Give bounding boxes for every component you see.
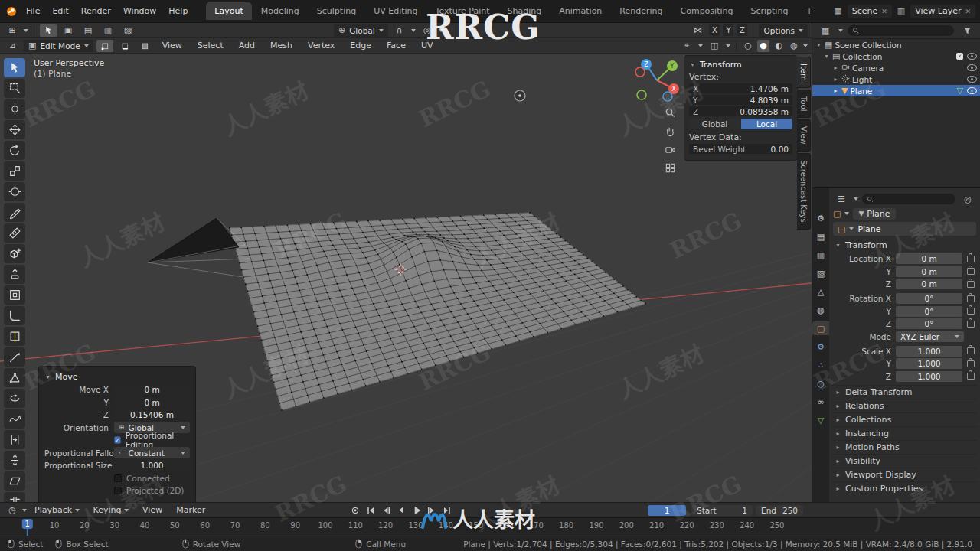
outliner-row-scene-collection[interactable]: ▾ ▦ Scene Collection	[812, 39, 980, 51]
tool-knife-button[interactable]	[4, 347, 25, 367]
workspace-tab-rendering[interactable]: Rendering	[611, 2, 671, 20]
rotation-y-field[interactable]: 0°	[896, 306, 962, 317]
tool-move-button[interactable]	[4, 120, 25, 139]
tool-shrink-fatten-button[interactable]	[4, 451, 25, 470]
hide-viewport-eye-icon[interactable]	[967, 64, 977, 71]
workspace-tab-layout[interactable]: Layout	[206, 2, 251, 20]
properties-tab-render[interactable]: ▤	[812, 230, 829, 243]
tool-select-box-button[interactable]	[4, 79, 25, 98]
paint-mask-icon-2[interactable]: ▤	[80, 24, 96, 37]
scale-z-field[interactable]: 1.000	[896, 371, 962, 382]
menu-edit[interactable]: Edit	[46, 4, 74, 19]
transform-orientation-dropdown[interactable]: ⊕ Global	[334, 24, 388, 37]
face-select-mode-button[interactable]	[136, 40, 153, 52]
properties-tab-scene[interactable]: △	[812, 285, 829, 298]
vp-menu-add[interactable]: Add	[233, 38, 261, 54]
vp-menu-edge[interactable]: Edge	[344, 38, 377, 54]
lock-icon[interactable]	[967, 281, 975, 288]
mode-dropdown[interactable]: ▣ Edit Mode	[24, 40, 93, 52]
shading-material-icon[interactable]: ◐	[773, 40, 785, 52]
timeline-menu-view[interactable]: View	[136, 503, 168, 518]
sidebar-tab-screencast-keys[interactable]: Screencast Keys	[797, 153, 811, 230]
lock-icon[interactable]	[967, 347, 975, 354]
shading-wireframe-icon[interactable]: ○	[742, 40, 754, 52]
next-keyframe-button[interactable]	[425, 504, 438, 516]
outliner-editor-icon[interactable]: ▦	[817, 24, 834, 37]
zoom-icon[interactable]	[662, 106, 678, 119]
outliner-row-plane[interactable]: ▸ ▼ Plane ▽	[812, 85, 980, 96]
unlink-scene-icon[interactable]: ✕	[881, 8, 887, 15]
section-motion-paths[interactable]: ▸Motion Paths	[831, 440, 978, 454]
remove-view-layer-icon[interactable]: ✕	[965, 8, 971, 15]
location-x-field[interactable]: 0 m	[896, 253, 962, 264]
show-gizmo-icon[interactable]: ⌖	[678, 40, 695, 52]
section-instancing[interactable]: ▸Instancing	[831, 426, 978, 440]
vp-menu-select[interactable]: Select	[191, 38, 230, 54]
sidebar-tab-tool[interactable]: Tool	[797, 90, 811, 118]
properties-editor-icon[interactable]: ☰	[833, 193, 850, 205]
tool-tweak-button[interactable]	[4, 58, 25, 77]
move-panel-expand-icon[interactable]: ▾	[44, 373, 51, 380]
timeline-menu-marker[interactable]: Marker	[170, 503, 211, 518]
properties-tab-tool[interactable]: ⚙	[812, 211, 829, 225]
editor-type-icon[interactable]: ⊞	[4, 24, 21, 37]
tool-spin-button[interactable]	[4, 389, 25, 408]
projected-2d-checkbox[interactable]	[114, 487, 122, 494]
move-z-field[interactable]: 0.15406 m	[114, 409, 190, 420]
vertex-x-field[interactable]: X -1.4706 m	[689, 83, 792, 93]
tool-shear-button[interactable]	[4, 471, 25, 491]
timeline-editor-icon[interactable]: ◷	[4, 504, 21, 517]
rotation-z-field[interactable]: 0°	[896, 318, 962, 329]
properties-tab-constraints[interactable]: ∞	[812, 395, 829, 409]
jump-to-start-button[interactable]	[364, 504, 377, 516]
properties-tab-physics[interactable]: ○	[812, 377, 829, 390]
mirror-y-toggle[interactable]: Y	[723, 24, 733, 36]
tool-transform-button[interactable]	[4, 182, 25, 201]
sidebar-tab-view[interactable]: View	[797, 119, 811, 152]
rotation-mode-dropdown[interactable]: XYZ Euler	[896, 331, 964, 342]
properties-tab-particles[interactable]: ∴	[812, 358, 829, 372]
lock-icon[interactable]	[967, 373, 975, 380]
workspace-tab-modeling[interactable]: Modeling	[253, 2, 308, 20]
snap-magnet-icon[interactable]: ∩	[391, 24, 408, 37]
lock-icon[interactable]	[967, 321, 975, 328]
section-custom-properties[interactable]: ▸Custom Properties	[831, 481, 978, 495]
edge-select-mode-button[interactable]	[116, 40, 133, 52]
active-tool-icon[interactable]	[40, 24, 57, 37]
navigation-gizmo[interactable]: X Y Z	[626, 55, 688, 111]
vertex-y-field[interactable]: Y 4.8039 m	[689, 95, 792, 105]
paint-mask-icon-4[interactable]: ▨	[119, 24, 136, 37]
proportional-size-field[interactable]: 1.000	[114, 460, 190, 471]
properties-search-input[interactable]	[862, 194, 956, 204]
outliner-search-input[interactable]	[848, 25, 954, 36]
tool-cursor-button[interactable]	[4, 99, 25, 119]
properties-tab-object-data[interactable]: ▽	[812, 413, 829, 427]
tool-edge-slide-button[interactable]	[4, 430, 25, 449]
lock-icon[interactable]	[967, 308, 975, 315]
proportional-editing-checkbox[interactable]: ✓	[114, 436, 121, 444]
collection-checkbox[interactable]: ✓	[956, 53, 963, 60]
space-global-button[interactable]: Global	[689, 119, 740, 129]
properties-tab-view-layer[interactable]: ▧	[812, 266, 829, 280]
properties-tab-object[interactable]: ▢	[812, 321, 829, 335]
vertex-z-field[interactable]: Z 0.089358 m	[689, 106, 792, 116]
workspace-tab-animation[interactable]: Animation	[550, 2, 610, 20]
filter-icon[interactable]	[959, 24, 975, 37]
properties-tab-world[interactable]: ◍	[812, 303, 829, 317]
location-z-field[interactable]: 0 m	[896, 279, 962, 289]
tool-add-cube-button[interactable]	[4, 244, 25, 263]
shading-rendered-icon[interactable]: ◍	[788, 40, 800, 52]
hide-viewport-eye-icon[interactable]	[967, 76, 977, 83]
play-button[interactable]	[410, 504, 423, 516]
paint-mask-icon-3[interactable]: ▥	[100, 24, 116, 37]
vertex-select-mode-button[interactable]	[96, 40, 113, 52]
tool-poly-build-button[interactable]	[4, 368, 25, 387]
workspace-tab-compositing[interactable]: Compositing	[672, 2, 742, 20]
jump-to-end-button[interactable]	[440, 504, 453, 516]
vp-menu-view[interactable]: View	[156, 38, 188, 54]
tool-extrude-button[interactable]	[4, 265, 25, 284]
properties-tab-output[interactable]: ▥	[812, 248, 829, 262]
properties-tab-modifiers[interactable]: ⚙	[812, 340, 829, 354]
section-delta-transform[interactable]: ▸Delta Transform	[831, 385, 978, 399]
show-overlays-icon[interactable]: ◫	[706, 40, 723, 52]
